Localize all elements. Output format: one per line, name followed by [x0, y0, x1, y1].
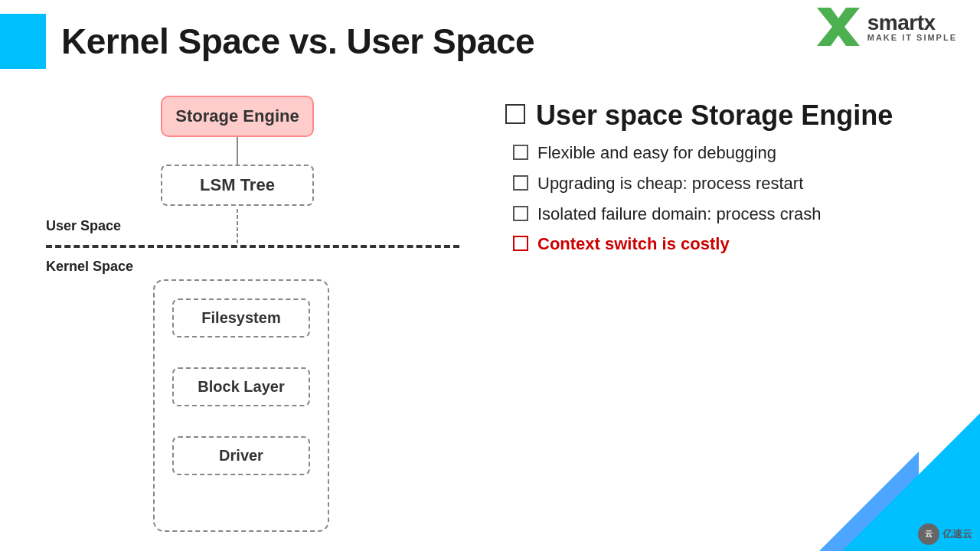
- main-bullet-text: User space Storage Engine: [536, 99, 893, 131]
- user-space-label: User Space: [46, 218, 121, 234]
- sub-bullet-text-3: Isolated failure domain: process crash: [537, 203, 822, 226]
- block-layer-label: Block Layer: [198, 378, 284, 395]
- header-accent: [0, 14, 46, 69]
- sub-checkbox-2: [513, 175, 528, 191]
- lsm-tree-label: LSM Tree: [200, 175, 275, 194]
- sub-checkbox-4: [513, 236, 528, 251]
- sub-bullet-4: Context switch is costly: [513, 233, 957, 256]
- diagram-area: Storage Engine LSM Tree User Space Kerne…: [23, 84, 482, 551]
- yisuyun-text: 亿速云: [942, 527, 972, 541]
- logo-name: smartx: [867, 12, 957, 34]
- logo-area: smartx MAKE IT SIMPLE: [817, 8, 957, 46]
- lsm-tree-box: LSM Tree: [161, 165, 314, 206]
- kernel-space-label: Kernel Space: [46, 259, 133, 275]
- main-checkbox-icon: [505, 104, 525, 124]
- sub-checkbox-3: [513, 206, 528, 221]
- sub-bullet-text-1: Flexible and easy for debugging: [537, 142, 776, 165]
- driver-box: Driver: [172, 436, 310, 475]
- sub-checkbox-1: [513, 145, 528, 160]
- bullet-section: User space Storage Engine Flexible and e…: [505, 99, 957, 256]
- sub-bullet-text-2: Upgrading is cheap: process restart: [537, 172, 803, 195]
- block-layer-box: Block Layer: [172, 367, 310, 406]
- page-title: Kernel Space vs. User Space: [61, 21, 534, 62]
- storage-engine-label: Storage Engine: [175, 106, 299, 126]
- main-content: Storage Engine LSM Tree User Space Kerne…: [0, 77, 980, 551]
- logo-tagline: MAKE IT SIMPLE: [867, 34, 957, 42]
- driver-label: Driver: [219, 447, 263, 464]
- space-divider-line: [46, 245, 459, 248]
- filesystem-box: Filesystem: [172, 298, 310, 337]
- yisuyun-icon: 云: [918, 523, 939, 545]
- smartx-logo-icon: [817, 8, 860, 46]
- storage-engine-box: Storage Engine: [161, 96, 314, 137]
- main-bullet-item: User space Storage Engine: [505, 99, 957, 131]
- sub-bullets-list: Flexible and easy for debugging Upgradin…: [513, 142, 957, 256]
- right-content-area: User space Storage Engine Flexible and e…: [482, 84, 957, 551]
- filesystem-label: Filesystem: [201, 309, 280, 326]
- sub-bullet-2: Upgrading is cheap: process restart: [513, 172, 957, 195]
- svg-marker-0: [817, 8, 860, 46]
- yisuyun-logo: 云 亿速云: [918, 523, 972, 545]
- sub-bullet-1: Flexible and easy for debugging: [513, 142, 957, 165]
- header: Kernel Space vs. User Space smartx MAKE …: [0, 0, 980, 77]
- sub-bullet-text-4: Context switch is costly: [537, 233, 730, 256]
- logo-text: smartx MAKE IT SIMPLE: [867, 12, 957, 42]
- sub-bullet-3: Isolated failure domain: process crash: [513, 203, 957, 226]
